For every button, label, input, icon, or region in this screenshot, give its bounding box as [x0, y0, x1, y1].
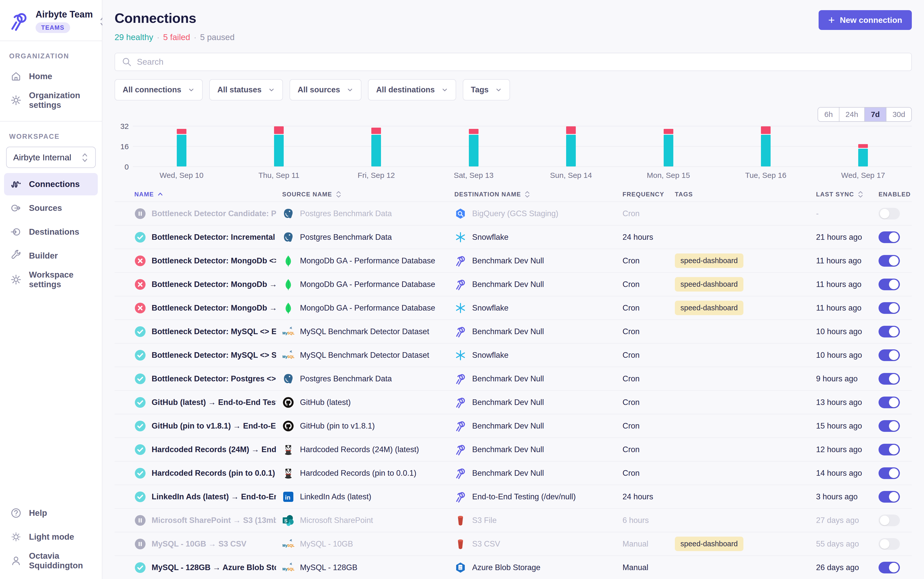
table-row[interactable]: Bottleneck Detector: Incremental Postgre… [115, 225, 912, 249]
workspace-selector[interactable]: Airbyte Internal [6, 147, 96, 168]
enabled-toggle[interactable] [878, 397, 900, 408]
sort-icon [335, 191, 342, 198]
last-sync: 55 days ago [816, 540, 878, 548]
sidebar-item-octavia-squiddington[interactable]: Octavia Squiddington [4, 550, 98, 572]
chart-gridline: 0 [133, 167, 912, 167]
table-row[interactable]: Bottleneck Detector: MongoDb <> End-to-E… [115, 249, 912, 272]
filter-all-sources[interactable]: All sources [290, 79, 361, 100]
healthy-count[interactable]: 29 healthy [115, 33, 153, 42]
time-range-24h[interactable]: 24h [839, 108, 865, 121]
table-row[interactable]: Hardcoded Records (24M) → End-to-End Te.… [115, 437, 912, 461]
enabled-toggle[interactable] [878, 538, 900, 550]
search-bar [115, 53, 912, 71]
enabled-toggle[interactable] [878, 279, 900, 290]
sidebar-item-home[interactable]: Home [4, 65, 98, 88]
sidebar-item-organization-settings[interactable]: Organization settings [4, 89, 98, 111]
column-label: Name [135, 191, 154, 198]
table-row[interactable]: Bottleneck Detector: MySQL <> Snowflake … [115, 343, 912, 366]
enabled-toggle[interactable] [878, 562, 900, 573]
sidebar-item-workspace-settings[interactable]: Workspace settings [4, 268, 98, 291]
sidebar-item-builder[interactable]: Builder [4, 245, 98, 267]
time-range-30d[interactable]: 30d [886, 108, 911, 121]
last-sync: 10 hours ago [816, 351, 878, 360]
mongodb-icon [282, 302, 294, 314]
connection-name: Bottleneck Detector: MongoDb → End-to-En… [152, 280, 276, 289]
enabled-toggle[interactable] [878, 349, 900, 361]
column-label: Source name [282, 191, 332, 198]
connection-name: Bottleneck Detector: Incremental Postgre… [152, 233, 276, 242]
sidebar-spacer [0, 291, 102, 502]
enabled-toggle[interactable] [878, 302, 900, 314]
table-row[interactable]: MySQL - 10GB → S3 CSV MySQL MySQL - 10GB… [115, 532, 912, 555]
chart-bar-slot [425, 126, 522, 167]
connection-name: MySQL - 10GB → S3 CSV [152, 540, 246, 548]
table-row[interactable]: GitHub (pin to v1.8.1) → End-to-End Test… [115, 414, 912, 437]
enabled-toggle[interactable] [878, 231, 900, 243]
x-tick-label: Fri, Sep 12 [328, 171, 425, 180]
destination-name: Azure Blob Storage [472, 563, 540, 572]
sidebar-item-sources[interactable]: Sources [4, 197, 98, 219]
chart-bar [469, 129, 479, 167]
chart-bar [371, 128, 381, 167]
filter-tags[interactable]: Tags [463, 79, 510, 100]
table-row[interactable]: Microsoft SharePoint → S3 (13mb performa… [115, 508, 912, 532]
connection-name: Hardcoded Records (pin to 0.0.1) → End-t… [152, 469, 276, 478]
chevron-down-icon [495, 87, 502, 93]
organization-nav: HomeOrganization settings [0, 65, 102, 111]
column-header-name[interactable]: Name [135, 191, 282, 198]
sidebar-item-connections[interactable]: Connections [4, 173, 98, 195]
table-row[interactable]: Hardcoded Records (pin to 0.0.1) → End-t… [115, 461, 912, 485]
enabled-toggle[interactable] [878, 373, 900, 384]
table-row[interactable]: Bottleneck Detector: Postgres <> End-to-… [115, 366, 912, 390]
svg-text:SQL: SQL [287, 355, 294, 359]
sidebar-item-light-mode[interactable]: Light mode [4, 526, 98, 548]
frequency: 24 hours [622, 492, 675, 501]
connection-name: Bottleneck Detector: MySQL <> End-to-End… [152, 327, 276, 336]
table-row[interactable]: Bottleneck Detector: MongoDb → End-to-En… [115, 272, 912, 296]
filter-all-connections[interactable]: All connections [115, 79, 203, 100]
table-row[interactable]: GitHub (latest) → End-to-End Testing (/d… [115, 390, 912, 414]
table-row[interactable]: LinkedIn Ads (latest) → End-to-End Testi… [115, 485, 912, 508]
column-label: Frequency [622, 191, 664, 198]
status-success-icon [135, 231, 146, 243]
connection-name: Bottleneck Detector: Postgres <> End-to-… [152, 374, 276, 383]
enabled-toggle[interactable] [878, 467, 900, 479]
filter-all-statuses[interactable]: All statuses [209, 79, 283, 100]
last-sync: 11 hours ago [816, 280, 878, 289]
search-input[interactable] [137, 57, 905, 67]
enabled-toggle[interactable] [878, 420, 900, 432]
y-tick-label: 0 [115, 163, 129, 171]
column-header-destination-name[interactable]: Destination name [455, 191, 622, 198]
enabled-toggle[interactable] [878, 491, 900, 503]
enabled-toggle[interactable] [878, 444, 900, 455]
paused-count[interactable]: 5 paused [200, 33, 235, 42]
table-row[interactable]: Bottleneck Detector: MongoDb → Snowflake… [115, 296, 912, 319]
chart-bar-slot [522, 126, 620, 167]
time-range-6h[interactable]: 6h [818, 108, 839, 121]
enabled-toggle[interactable] [878, 208, 900, 219]
destination-name: Snowflake [472, 233, 509, 242]
failed-count[interactable]: 5 failed [163, 33, 190, 42]
enabled-toggle[interactable] [878, 326, 900, 337]
enabled-toggle[interactable] [878, 515, 900, 526]
enabled-toggle[interactable] [878, 255, 900, 267]
source-name: MySQL - 10GB [300, 540, 353, 548]
table-row[interactable]: Bottleneck Detector Candidate: Postgres … [115, 201, 912, 225]
filter-label: All destinations [376, 85, 435, 94]
sources-icon [10, 202, 22, 214]
table-row[interactable]: Bottleneck Detector: MySQL <> End-to-End… [115, 319, 912, 343]
new-connection-button[interactable]: + New connection [819, 10, 912, 30]
column-header-source-name[interactable]: Source name [282, 191, 455, 198]
status-success-icon [135, 444, 146, 455]
table-row[interactable]: MySQL - 128GB → Azure Blob Storage JSOn … [115, 555, 912, 579]
column-header-last-sync[interactable]: Last sync [816, 191, 878, 198]
filter-all-destinations[interactable]: All destinations [368, 79, 456, 100]
time-range-7d[interactable]: 7d [865, 108, 886, 121]
s3-icon [455, 538, 466, 550]
sidebar-item-help[interactable]: Help [4, 502, 98, 524]
app: Airbyte Team TEAMS ORGANIZATION HomeOrga… [0, 0, 924, 579]
table-body: Bottleneck Detector Candidate: Postgres … [115, 201, 912, 579]
sidebar-item-destinations[interactable]: Destinations [4, 221, 98, 243]
status-failed-icon [135, 279, 146, 290]
org-switcher[interactable]: Airbyte Team TEAMS [0, 0, 102, 41]
